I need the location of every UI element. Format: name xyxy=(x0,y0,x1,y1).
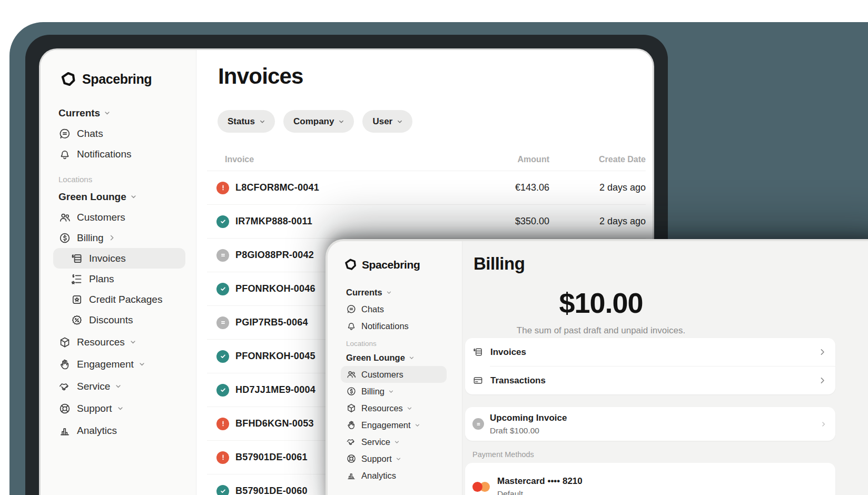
sidebar-item-discounts[interactable]: Discounts xyxy=(53,310,185,330)
brand-name: Spacebring xyxy=(362,259,420,271)
chevron-down-icon xyxy=(406,405,413,412)
chevron-right-icon xyxy=(818,376,827,385)
transactions-link[interactable]: Transactions xyxy=(465,367,835,394)
sidebar-item-label: Chats xyxy=(361,304,384,314)
invoices-link[interactable]: Invoices xyxy=(465,338,835,366)
sidebar-item-label: Currents xyxy=(346,288,382,298)
chevron-down-icon xyxy=(396,118,403,125)
credit-card-icon xyxy=(472,375,484,386)
people-icon xyxy=(58,211,71,224)
sidebar-item-support[interactable]: Support xyxy=(53,398,185,419)
filter-chip-status[interactable]: Status xyxy=(218,110,275,133)
brand-name: Spacebring xyxy=(82,72,152,87)
sidebar-item-billing[interactable]: Billing xyxy=(341,383,447,400)
invoice-row[interactable]: IR7MKP888-0011$350.002 days ago xyxy=(207,205,646,239)
plans-icon xyxy=(71,273,83,285)
chevron-down-icon xyxy=(116,404,124,412)
sidebar-item-analytics[interactable]: Analytics xyxy=(341,467,447,484)
sidebar-item-label: Plans xyxy=(89,273,114,285)
sidebar-item-service[interactable]: Service xyxy=(53,376,185,397)
sidebar-item-label: Engagement xyxy=(361,420,411,430)
filter-chip-label: Status xyxy=(228,116,255,127)
sidebar-item-invoices[interactable]: Invoices xyxy=(53,248,185,269)
page: Spacebring CurrentsChatsNotificationsLoc… xyxy=(0,0,868,495)
invoice-amount: $350.00 xyxy=(460,216,549,227)
billing-main: Billing $10.00 The sum of past draft and… xyxy=(462,241,868,495)
sidebar-item-support[interactable]: Support xyxy=(341,450,447,467)
sidebar-item-label: Support xyxy=(361,454,392,464)
chevron-down-icon xyxy=(103,109,111,117)
sidebar-item-customers[interactable]: Customers xyxy=(53,207,185,227)
chevron-down-icon xyxy=(388,388,394,395)
sidebar-item-credit-packages[interactable]: Credit Packages xyxy=(53,289,185,310)
sidebar-item-green-lounge[interactable]: Green Lounge xyxy=(53,186,185,207)
sidebar-item-label: Analytics xyxy=(361,471,396,481)
sidebar-item-label: Analytics xyxy=(77,425,117,437)
summary-amount: $10.00 xyxy=(465,286,737,319)
sidebar-item-engagement[interactable]: Engagement xyxy=(341,417,447,433)
sidebar-item-billing[interactable]: Billing xyxy=(53,227,185,248)
upcoming-invoice-title: Upcoming Invoice xyxy=(490,413,567,423)
invoice-row[interactable]: L8CFOR8MC-0041€143.062 days ago xyxy=(207,171,646,205)
sidebar-section-locations: Locations xyxy=(341,338,447,349)
billing-window: Spacebring CurrentsChatsNotificationsLoc… xyxy=(328,241,868,495)
sidebar-item-currents[interactable]: Currents xyxy=(341,284,447,301)
sidebar-item-label: Resources xyxy=(77,336,125,348)
sidebar-item-label: Credit Packages xyxy=(89,294,162,305)
chart-icon xyxy=(346,470,357,481)
sidebar-item-engagement[interactable]: Engagement xyxy=(53,354,185,374)
sidebar-item-analytics[interactable]: Analytics xyxy=(53,420,185,441)
invoice-create-date: 2 days ago xyxy=(549,216,646,227)
sidebar-item-label: Chats xyxy=(77,128,103,140)
chevron-right-icon xyxy=(108,234,116,242)
handshake-icon xyxy=(346,437,357,447)
invoice-id: IR7MKP888-0011 xyxy=(235,216,460,227)
sidebar-item-resources[interactable]: Resources xyxy=(53,332,185,352)
status-draft-icon xyxy=(216,249,229,262)
links-card: Invoices Transactions xyxy=(465,338,835,394)
filter-chip-label: User xyxy=(372,116,392,127)
hand-icon xyxy=(346,420,357,430)
sidebar-item-green-lounge[interactable]: Green Lounge xyxy=(341,349,447,366)
sidebar-section-locations: Locations xyxy=(53,172,185,186)
upcoming-invoice-card[interactable]: Upcoming Invoice Draft $100.00 xyxy=(465,407,835,441)
sidebar-item-service[interactable]: Service xyxy=(341,433,447,450)
filter-chip-user[interactable]: User xyxy=(362,110,412,133)
filter-chip-company[interactable]: Company xyxy=(283,110,354,133)
draft-status-icon xyxy=(472,418,484,430)
status-paid-icon xyxy=(216,350,229,363)
cube-icon xyxy=(58,336,71,349)
sidebar-item-notifications[interactable]: Notifications xyxy=(53,144,185,164)
sidebar-item-label: Engagement xyxy=(77,359,134,370)
payment-method-subtitle: Default xyxy=(497,489,583,495)
chevron-down-icon xyxy=(129,338,137,346)
mastercard-icon xyxy=(472,482,490,492)
sidebar-item-currents[interactable]: Currents xyxy=(53,103,185,123)
sidebar-item-label: Notifications xyxy=(361,321,409,331)
chart-icon xyxy=(58,424,71,437)
handshake-icon xyxy=(58,380,71,393)
sidebar-item-label: Green Lounge xyxy=(346,353,405,363)
sidebar-item-resources[interactable]: Resources xyxy=(341,400,447,417)
sidebar-item-notifications[interactable]: Notifications xyxy=(341,318,447,334)
column-invoice: Invoice xyxy=(207,155,460,164)
filter-chip-label: Company xyxy=(293,116,334,127)
sidebar-item-customers[interactable]: Customers xyxy=(341,366,447,383)
sidebar-item-label: Currents xyxy=(58,107,100,119)
invoices-sidebar: Spacebring CurrentsChatsNotificationsLoc… xyxy=(41,50,196,495)
spacebring-logo-icon xyxy=(60,71,76,87)
discount-icon xyxy=(71,314,83,326)
page-title: Billing xyxy=(474,254,868,274)
column-amount: Amount xyxy=(460,155,549,164)
payment-method-card[interactable]: Mastercard •••• 8210 Default xyxy=(465,463,835,495)
cube-icon xyxy=(346,403,357,413)
chevron-down-icon xyxy=(414,422,421,429)
status-paid-icon xyxy=(216,283,229,295)
sidebar-item-chats[interactable]: Chats xyxy=(341,301,447,318)
sidebar-item-plans[interactable]: Plans xyxy=(53,269,185,289)
sidebar-item-label: Service xyxy=(361,437,390,447)
sidebar-item-label: Support xyxy=(77,403,112,414)
chevron-right-icon xyxy=(820,421,827,428)
sidebar-item-chats[interactable]: Chats xyxy=(53,123,185,144)
sidebar-item-label: Customers xyxy=(77,212,125,223)
